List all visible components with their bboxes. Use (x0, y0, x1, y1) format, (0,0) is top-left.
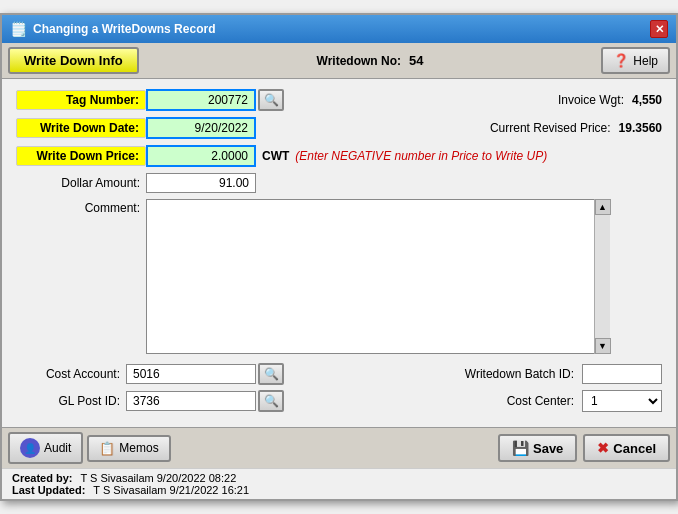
dollar-amount-input[interactable] (146, 173, 256, 193)
tag-number-input[interactable] (146, 89, 256, 111)
close-button[interactable]: ✕ (650, 20, 668, 38)
cancel-icon: ✖ (597, 440, 609, 456)
write-down-date-label: Write Down Date: (16, 118, 146, 138)
current-revised-price-section: Current Revised Price: 19.3560 (490, 121, 662, 135)
writedown-no-value: 54 (409, 53, 423, 68)
toolbar: Write Down Info Writedown No: 54 ❓ Help (2, 43, 676, 79)
main-window: 🗒️ Changing a WriteDowns Record ✕ Write … (0, 13, 678, 501)
search-icon-2: 🔍 (264, 367, 279, 381)
tag-number-search-button[interactable]: 🔍 (258, 89, 284, 111)
dollar-amount-label: Dollar Amount: (16, 176, 146, 190)
writedown-batch-label: Writedown Batch ID: (465, 367, 574, 381)
comment-textarea[interactable] (146, 199, 610, 354)
writedown-no-section: Writedown No: 54 (317, 53, 424, 68)
audit-button[interactable]: 👤 Audit (8, 432, 83, 464)
memos-icon: 📋 (99, 441, 115, 456)
current-revised-price-value: 19.3560 (619, 121, 662, 135)
scroll-up-button[interactable]: ▲ (595, 199, 611, 215)
search-icon-3: 🔍 (264, 394, 279, 408)
gl-post-id-row: GL Post ID: 🔍 Cost Center: 1 2 3 4 (16, 390, 662, 412)
invoice-wgt-label: Invoice Wgt: (558, 93, 624, 107)
action-buttons: 💾 Save ✖ Cancel (498, 434, 670, 462)
created-by-label: Created by: (12, 472, 73, 484)
cost-center-label: Cost Center: (507, 394, 574, 408)
cost-center-section: Cost Center: 1 2 3 4 (507, 390, 662, 412)
cost-center-select[interactable]: 1 2 3 4 (582, 390, 662, 412)
status-bar: Created by: T S Sivasailam 9/20/2022 08:… (2, 468, 676, 499)
bottom-fields: Cost Account: 🔍 Writedown Batch ID: GL P… (16, 363, 662, 412)
write-down-price-label: Write Down Price: (16, 146, 146, 166)
title-bar-left: 🗒️ Changing a WriteDowns Record (10, 21, 215, 37)
invoice-wgt-value: 4,550 (632, 93, 662, 107)
last-updated-label: Last Updated: (12, 484, 85, 496)
tag-number-label: Tag Number: (16, 90, 146, 110)
save-icon: 💾 (512, 440, 529, 456)
form-content: Tag Number: 🔍 Invoice Wgt: 4,550 Write D… (2, 79, 676, 427)
window-icon: 🗒️ (10, 21, 27, 37)
cost-account-label: Cost Account: (16, 367, 126, 381)
writedown-batch-section: Writedown Batch ID: (465, 364, 662, 384)
audit-icon: 👤 (20, 438, 40, 458)
gl-post-id-input[interactable] (126, 391, 256, 411)
footer-tabs: 👤 Audit 📋 Memos 💾 Save ✖ Cancel (2, 427, 676, 468)
help-button[interactable]: ❓ Help (601, 47, 670, 74)
save-button[interactable]: 💾 Save (498, 434, 577, 462)
gl-post-id-label: GL Post ID: (16, 394, 126, 408)
memos-button[interactable]: 📋 Memos (87, 435, 170, 462)
comment-row: Comment: ▲ ▼ (16, 199, 662, 357)
tag-number-row: Tag Number: 🔍 Invoice Wgt: 4,550 (16, 89, 662, 111)
title-bar: 🗒️ Changing a WriteDowns Record ✕ (2, 15, 676, 43)
last-updated-value: T S Sivasailam 9/21/2022 16:21 (93, 484, 249, 496)
window-title: Changing a WriteDowns Record (33, 22, 215, 36)
search-icon: 🔍 (264, 93, 279, 107)
writedown-no-label: Writedown No: (317, 54, 401, 68)
created-by-row: Created by: T S Sivasailam 9/20/2022 08:… (12, 472, 666, 484)
dollar-amount-row: Dollar Amount: (16, 173, 662, 193)
memos-label: Memos (119, 441, 158, 455)
help-label: Help (633, 54, 658, 68)
write-down-price-input[interactable] (146, 145, 256, 167)
cost-account-input[interactable] (126, 364, 256, 384)
write-down-price-row: Write Down Price: CWT (Enter NEGATIVE nu… (16, 145, 662, 167)
help-icon: ❓ (613, 53, 629, 68)
write-down-date-row: Write Down Date: Current Revised Price: … (16, 117, 662, 139)
cancel-label: Cancel (613, 441, 656, 456)
gl-post-id-search-button[interactable]: 🔍 (258, 390, 284, 412)
comment-area: ▲ ▼ (146, 199, 610, 357)
cost-account-search-button[interactable]: 🔍 (258, 363, 284, 385)
write-down-date-input[interactable] (146, 117, 256, 139)
cancel-button[interactable]: ✖ Cancel (583, 434, 670, 462)
current-revised-price-label: Current Revised Price: (490, 121, 611, 135)
negative-note: (Enter NEGATIVE number in Price to Write… (295, 149, 547, 163)
audit-label: Audit (44, 441, 71, 455)
last-updated-row: Last Updated: T S Sivasailam 9/21/2022 1… (12, 484, 666, 496)
comment-scrollbar: ▲ ▼ (594, 199, 610, 354)
cost-account-row: Cost Account: 🔍 Writedown Batch ID: (16, 363, 662, 385)
created-by-value: T S Sivasailam 9/20/2022 08:22 (81, 472, 237, 484)
cwt-label: CWT (262, 149, 289, 163)
scroll-down-button[interactable]: ▼ (595, 338, 611, 354)
comment-label: Comment: (16, 199, 146, 215)
write-down-info-tab[interactable]: Write Down Info (8, 47, 139, 74)
writedown-batch-input[interactable] (582, 364, 662, 384)
save-label: Save (533, 441, 563, 456)
invoice-wgt-section: Invoice Wgt: 4,550 (558, 93, 662, 107)
